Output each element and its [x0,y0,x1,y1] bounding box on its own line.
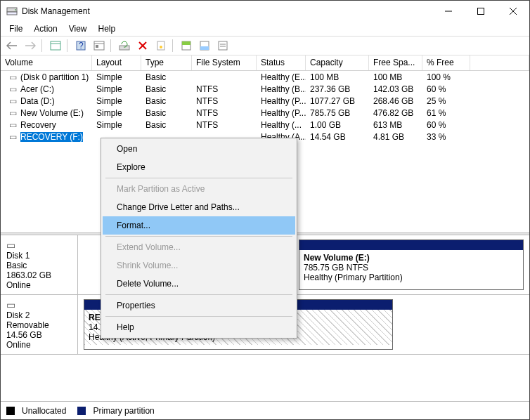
help-button[interactable]: ? [72,37,89,54]
volume-row[interactable]: ▭RecoverySimpleBasicNTFSHealthy (...1.00… [1,119,529,131]
disk-status: Online [6,280,72,290]
legend-primary: Primary partition [93,406,154,416]
refresh-icon[interactable] [116,37,133,54]
disk-info[interactable]: ▭Disk 2Removable14.56 GBOnline [1,295,78,354]
svg-rect-20 [182,41,190,45]
volume-row[interactable]: ▭New Volume (E:)SimpleBasicNTFSHealthy (… [1,107,529,119]
cell-layout: Simple [92,96,141,106]
svg-rect-4 [478,8,484,15]
cell-type: Basic [141,72,192,82]
svg-rect-23 [219,41,227,50]
col-blank [470,55,529,70]
svg-rect-7 [51,41,60,50]
col-capacity[interactable]: Capacity [306,55,369,70]
cell-fs: NTFS [192,120,257,130]
settings-button[interactable] [91,37,108,54]
view-bottom-icon[interactable] [196,37,213,54]
partition-size: 785.75 GB NTFS [304,263,519,273]
context-menu: OpenExploreMark Partition as ActiveChang… [101,138,297,339]
menu-item[interactable]: Properties [103,296,295,315]
cell-type: Basic [141,96,192,106]
close-button[interactable] [497,1,529,22]
volume-row[interactable]: ▭Data (D:)SimpleBasicNTFSHealthy (P...10… [1,95,529,107]
cell-layout: Simple [92,108,141,118]
volume-row[interactable]: ▭Acer (C:)SimpleBasicNTFSHealthy (B...23… [1,83,529,95]
volume-row[interactable]: ▭(Disk 0 partition 1)SimpleBasicHealthy … [1,71,529,83]
legend-unallocated: Unallocated [22,406,66,416]
view-list-icon[interactable] [214,37,231,54]
view-top-icon[interactable] [178,37,195,54]
menu-item[interactable]: Delete Volume... [103,275,295,293]
drive-icon: ▭ [5,120,20,130]
disk-icon: ▭ [6,239,72,251]
maximize-button[interactable] [465,1,497,22]
toolbar-sep [67,39,70,52]
svg-rect-22 [200,46,209,50]
drive-icon: ▭ [5,108,20,118]
col-type[interactable]: Type [141,55,192,70]
partition-status: Healthy (Primary Partition) [304,273,519,282]
cell-type: Basic [141,84,192,94]
cell-layout: Simple [92,72,141,82]
disk-size: 14.56 GB [6,330,72,340]
menu-action[interactable]: Action [28,22,63,35]
cell-status: Healthy (B... [257,84,306,94]
cell-pctfree: 25 % [422,96,470,106]
toolbar-sep [110,39,113,52]
disk-type: Removable [6,320,72,330]
minimize-button[interactable] [432,1,465,22]
svg-text:?: ? [79,41,84,51]
svg-point-18 [160,46,162,48]
drive-icon: ▭ [5,132,20,142]
back-button[interactable] [4,37,20,54]
menu-view[interactable]: View [63,22,93,35]
drive-icon: ▭ [5,84,20,94]
legend: Unallocated Primary partition [1,401,529,419]
col-volume[interactable]: Volume [1,55,92,70]
cell-fs: NTFS [192,84,257,94]
cell-layout: Simple [92,120,141,130]
cell-fs: NTFS [192,96,257,106]
menu-item[interactable]: Change Drive Letter and Paths... [103,198,295,216]
svg-rect-1 [7,12,17,15]
cell-pctfree: 100 % [422,72,470,82]
menu-file[interactable]: File [4,22,28,35]
show-hide-console-tree-button[interactable] [47,37,64,54]
cell-type: Basic [141,108,192,118]
cell-pctfree: 33 % [422,132,470,142]
cell-pctfree: 61 % [422,108,470,118]
partition-stripe [299,240,523,250]
menu-item[interactable]: Format... [103,216,295,235]
partition[interactable]: New Volume (E:)785.75 GB NTFSHealthy (Pr… [299,239,524,290]
titlebar: Disk Management [1,1,529,22]
svg-rect-13 [96,45,98,48]
col-filesystem[interactable]: File System [192,55,257,70]
cell-pctfree: 60 % [422,84,470,94]
menu-help[interactable]: Help [93,22,122,35]
cell-layout: Simple [92,84,141,94]
swatch-unallocated [6,407,15,415]
app-icon [6,6,18,17]
cell-capacity: 14.54 GB [306,132,369,142]
menu-item[interactable]: Help [103,318,295,336]
cell-free: 142.03 GB [369,84,422,94]
delete-icon[interactable] [134,37,151,54]
cell-capacity: 785.75 GB [306,108,369,118]
col-free[interactable]: Free Spa... [369,55,422,70]
menu-item[interactable]: Explore [103,158,295,176]
toolbar-sep [172,39,175,52]
cell-status: Healthy (P... [257,108,306,118]
menu-item: Shrink Volume... [103,256,295,275]
volume-name: Recovery [20,120,56,130]
col-layout[interactable]: Layout [92,55,141,70]
menu-item[interactable]: Open [103,140,295,158]
properties-icon[interactable] [153,37,169,54]
volume-name: RECOVERY (F:) [20,132,83,142]
disk-info[interactable]: ▭Disk 1Basic1863.02 GBOnline [1,235,78,294]
drive-icon: ▭ [5,96,20,106]
cell-free: 100 MB [369,72,422,82]
disk-type: Basic [6,261,72,270]
forward-button[interactable] [22,37,39,54]
col-status[interactable]: Status [257,55,306,70]
col-pctfree[interactable]: % Free [422,55,470,70]
